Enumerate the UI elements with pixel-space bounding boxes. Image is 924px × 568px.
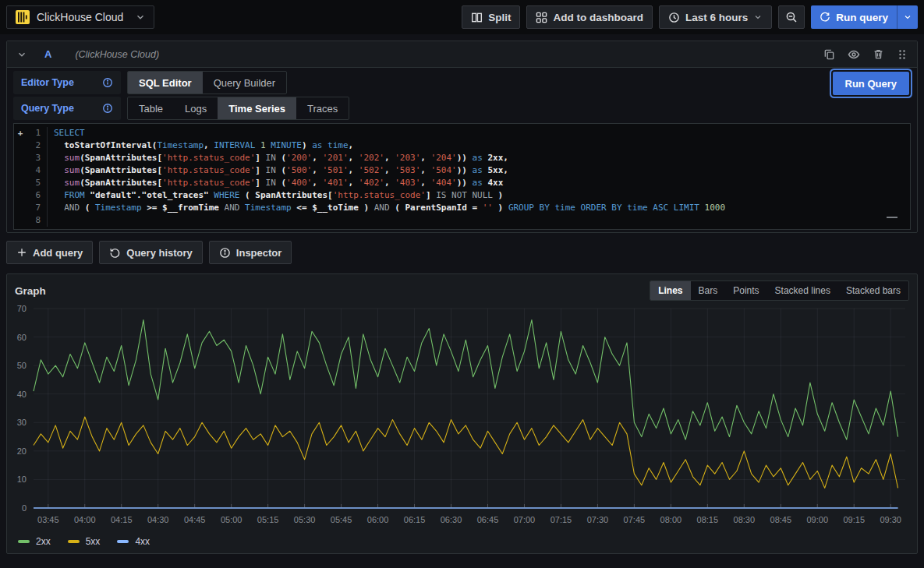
svg-text:07:00: 07:00 [514,515,536,524]
graph-mode-points[interactable]: Points [725,281,766,300]
datasource-name: ClickHouse Cloud [37,11,123,23]
graph-panel-title: Graph [15,285,46,297]
graph-mode-stacked-bars[interactable]: Stacked bars [838,281,908,300]
top-toolbar: ClickHouse Cloud Split Add to dashboard … [0,0,924,34]
svg-text:03:45: 03:45 [37,515,59,524]
svg-text:50: 50 [17,361,27,370]
clock-icon [668,12,680,23]
run-query-inline-button[interactable]: Run Query [833,72,909,95]
code-line: 3 sum(SpanAttributes['http.status_code']… [14,152,910,164]
legend-swatch [117,540,129,543]
svg-text:05:15: 05:15 [257,515,279,524]
svg-text:60: 60 [17,333,27,342]
sql-code-editor[interactable]: +1SELECT2 toStartOfInterval(Timestamp, I… [13,123,911,230]
run-query-button[interactable]: Run query [811,5,897,29]
delete-query-trash-icon[interactable] [873,48,884,60]
collapse-chevron-icon[interactable] [16,49,27,60]
legend-item-4xx[interactable]: 4xx [117,536,150,547]
query-type-row: Query Type TableLogsTime SeriesTraces [13,97,911,120]
explore-actions: Add query Query history Inspector [6,241,918,264]
query-row-body: Run Query Editor Type SQL EditorQuery Bu… [7,68,917,232]
svg-text:08:00: 08:00 [660,515,682,524]
svg-text:06:00: 06:00 [367,515,389,524]
query-type-chip: Query Type [13,97,121,120]
svg-text:05:30: 05:30 [294,515,316,524]
editor-type-label: Editor Type [21,77,74,88]
graph-mode-bars[interactable]: Bars [691,281,726,300]
legend-label: 2xx [36,536,51,547]
svg-text:07:45: 07:45 [624,515,646,524]
svg-text:20: 20 [17,446,27,456]
svg-text:04:45: 04:45 [184,515,206,524]
svg-text:07:15: 07:15 [551,515,572,524]
code-line: 7 AND ( Timestamp >= $__fromTime AND Tim… [14,202,910,214]
svg-text:09:30: 09:30 [880,515,901,524]
query-type-label: Query Type [21,103,74,114]
hide-query-eye-icon[interactable] [848,48,860,61]
graph-mode-lines[interactable]: Lines [650,281,690,300]
legend-item-5xx[interactable]: 5xx [68,536,101,547]
graph-mode-stacked-lines[interactable]: Stacked lines [767,281,838,300]
code-line: 5 sum(SpanAttributes['http.status_code']… [14,177,910,189]
split-button[interactable]: Split [462,5,520,29]
query-history-label: Query history [126,247,193,259]
query-type-option-time-series[interactable]: Time Series [218,97,296,119]
svg-text:0: 0 [22,503,27,513]
editor-type-option-sql-editor[interactable]: SQL Editor [128,72,203,93]
add-to-dashboard-button[interactable]: Add to dashboard [526,5,653,29]
query-type-toggle: TableLogsTime SeriesTraces [127,97,349,120]
time-series-chart[interactable]: 01020304050607003:4504:0004:1504:3004:45… [7,302,915,536]
legend-swatch [18,540,30,543]
query-type-option-traces[interactable]: Traces [296,97,349,119]
legend-swatch [68,540,80,543]
graph-style-toggle: LinesBarsPointsStacked linesStacked bars [650,280,909,301]
add-query-button[interactable]: Add query [6,241,93,264]
code-line: 8 [14,214,910,227]
drag-handle-icon[interactable] [897,48,908,61]
run-query-dropdown[interactable] [897,5,918,29]
svg-text:10: 10 [17,475,27,484]
run-query-label: Run query [836,12,888,23]
refresh-icon [820,12,830,23]
query-type-option-logs[interactable]: Logs [174,97,218,119]
editor-cursor [887,217,897,218]
svg-text:30: 30 [17,418,27,427]
svg-text:05:00: 05:00 [221,515,243,524]
explore-page: ClickHouse Cloud Split Add to dashboard … [0,0,924,554]
zoom-out-button[interactable] [778,5,805,29]
svg-text:04:00: 04:00 [74,515,96,524]
query-row-header[interactable]: A (ClickHouse Cloud) [7,41,917,68]
svg-text:06:45: 06:45 [477,515,499,524]
query-type-option-table[interactable]: Table [128,97,174,119]
add-query-label: Add query [33,247,83,259]
query-editor-panel: A (ClickHouse Cloud) Run Query Editor Ty… [6,41,918,233]
svg-text:06:15: 06:15 [404,515,426,524]
chart-legend: 2xx5xx4xx [7,536,917,553]
query-datasource-hint: (ClickHouse Cloud) [75,49,159,60]
legend-item-2xx[interactable]: 2xx [18,536,51,547]
editor-type-chip: Editor Type [13,71,121,94]
inspector-button[interactable]: Inspector [209,241,292,264]
info-icon[interactable] [102,77,113,88]
svg-text:07:30: 07:30 [587,515,609,524]
time-range-picker[interactable]: Last 6 hours [659,5,772,29]
code-line: 4 sum(SpanAttributes['http.status_code']… [14,164,910,177]
info-icon[interactable] [102,103,113,114]
query-row-actions [823,48,908,61]
svg-text:09:00: 09:00 [806,515,828,524]
legend-label: 5xx [86,536,101,547]
dashboard-grid-icon [536,12,547,23]
svg-text:08:30: 08:30 [734,515,756,524]
svg-text:08:45: 08:45 [770,515,792,524]
datasource-picker[interactable]: ClickHouse Cloud [6,5,154,29]
svg-text:08:15: 08:15 [697,515,719,524]
query-history-button[interactable]: Query history [99,241,203,264]
duplicate-query-icon[interactable] [823,48,835,60]
editor-type-option-query-builder[interactable]: Query Builder [203,72,286,93]
svg-text:40: 40 [17,390,27,399]
add-to-dashboard-label: Add to dashboard [553,12,643,23]
editor-type-toggle: SQL EditorQuery Builder [127,71,287,94]
svg-text:09:15: 09:15 [843,515,865,524]
svg-text:04:30: 04:30 [147,515,169,524]
clickhouse-logo-icon [15,9,30,25]
